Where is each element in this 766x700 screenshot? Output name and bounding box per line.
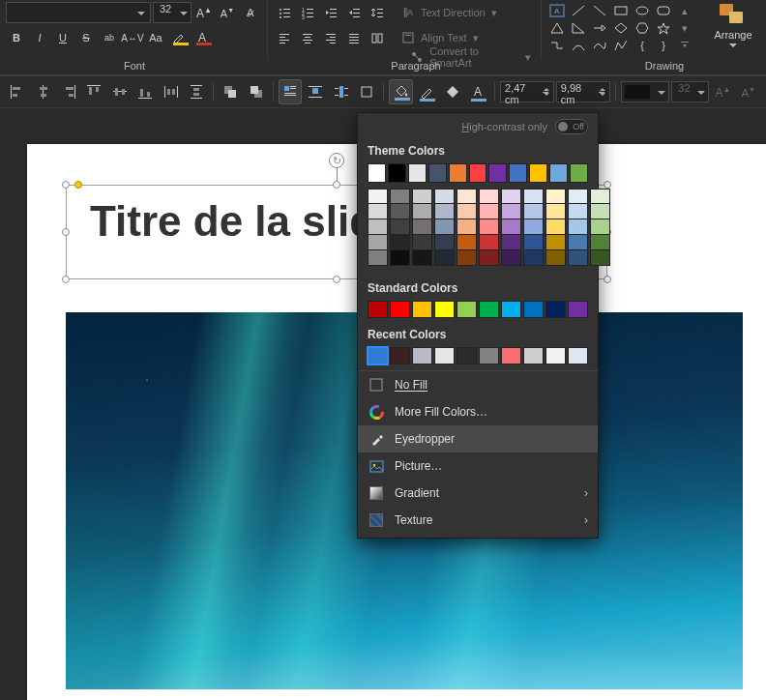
shape-hexagon-icon[interactable] [633, 19, 652, 37]
color-swatch[interactable] [457, 235, 477, 250]
color-swatch[interactable] [501, 219, 521, 235]
shape-connector2-icon[interactable] [569, 37, 588, 54]
color-swatch[interactable] [568, 219, 588, 235]
color-swatch[interactable] [449, 163, 467, 183]
color-swatch[interactable] [368, 347, 388, 365]
color-swatch[interactable] [390, 235, 410, 250]
eyedropper-item[interactable]: Eyedropper [358, 425, 598, 452]
shape-curve-icon[interactable] [590, 37, 609, 54]
color-swatch[interactable] [501, 250, 521, 266]
resize-handle-ml[interactable] [62, 228, 70, 236]
color-swatch[interactable] [590, 235, 610, 250]
send-back-icon[interactable] [244, 79, 267, 104]
color-swatch[interactable] [501, 301, 521, 318]
wrap-through-icon[interactable] [330, 79, 353, 104]
color-swatch[interactable] [568, 235, 588, 250]
color-swatch[interactable] [469, 163, 487, 183]
color-swatch[interactable] [545, 219, 566, 235]
align-center-icon[interactable] [297, 27, 318, 48]
font-size-disabled[interactable]: 32 [671, 81, 709, 102]
color-swatch[interactable] [529, 163, 547, 183]
resize-handle-mt[interactable] [333, 181, 340, 189]
color-swatch[interactable] [523, 189, 544, 204]
color-swatch[interactable] [488, 163, 507, 183]
color-swatch[interactable] [501, 235, 521, 250]
color-swatch[interactable] [412, 219, 432, 235]
shape-width-input[interactable]: 9,98 cm [556, 81, 610, 102]
shape-brace-l-icon[interactable]: { [633, 37, 652, 54]
align-center-h-icon[interactable] [31, 79, 54, 104]
color-swatch[interactable] [390, 189, 410, 204]
color-swatch[interactable] [457, 301, 477, 318]
align-right-edge-icon[interactable] [57, 79, 80, 104]
shape-brace-r-icon[interactable]: } [654, 37, 673, 54]
color-swatch[interactable] [568, 204, 588, 219]
gallery-expand-icon[interactable] [675, 37, 694, 54]
text-fill-button[interactable]: A [466, 79, 489, 104]
color-swatch[interactable] [479, 347, 499, 365]
resize-handle-bl[interactable] [62, 276, 70, 283]
line-spacing-icon[interactable] [367, 2, 388, 23]
align-middle-v-icon[interactable] [108, 79, 132, 104]
shape-diamond-icon[interactable] [611, 19, 631, 37]
color-swatch[interactable] [457, 219, 477, 235]
wrap-none-icon[interactable] [355, 79, 378, 104]
shape-star-icon[interactable] [654, 19, 673, 37]
color-swatch[interactable] [434, 301, 455, 318]
color-swatch[interactable] [368, 163, 386, 183]
decrease-font-disabled-icon[interactable]: A▼ [737, 79, 760, 104]
color-swatch[interactable] [412, 204, 432, 219]
color-swatch[interactable] [523, 301, 544, 318]
bring-front-icon[interactable] [219, 79, 242, 104]
color-swatch[interactable] [479, 235, 499, 250]
shape-effects-button[interactable] [440, 79, 463, 104]
color-swatch[interactable] [590, 219, 610, 235]
color-swatch[interactable] [568, 347, 588, 365]
text-direction-button[interactable]: ǁA Text Direction▾ [398, 4, 501, 21]
color-swatch[interactable] [412, 235, 432, 250]
arrange-button[interactable]: Arrange [706, 2, 760, 51]
align-right-icon[interactable] [320, 27, 341, 48]
resize-handle-tr[interactable] [604, 181, 611, 189]
text-shadow-button[interactable]: ab [99, 27, 120, 48]
numbering-icon[interactable]: 123 [297, 2, 318, 23]
color-swatch[interactable] [434, 347, 455, 365]
color-swatch[interactable] [479, 189, 499, 204]
color-swatch[interactable] [479, 250, 499, 266]
color-swatch[interactable] [545, 235, 566, 250]
color-swatch[interactable] [457, 347, 477, 365]
color-swatch[interactable] [545, 189, 566, 204]
color-swatch[interactable] [590, 250, 610, 266]
color-swatch[interactable] [501, 189, 521, 204]
resize-handle-tl[interactable] [62, 181, 70, 189]
bullets-icon[interactable] [274, 2, 295, 23]
justify-icon[interactable] [343, 27, 365, 48]
color-swatch[interactable] [428, 163, 447, 183]
color-swatch[interactable] [457, 204, 477, 219]
strikethrough-button[interactable]: S [75, 27, 97, 48]
gallery-scroll-up-icon[interactable]: ▴ [675, 2, 694, 19]
color-swatch[interactable] [434, 219, 455, 235]
resize-handle-br[interactable] [604, 276, 611, 283]
color-swatch[interactable] [412, 250, 432, 266]
gradient-fill-item[interactable]: Gradient › [358, 480, 598, 507]
color-swatch[interactable] [434, 235, 455, 250]
align-text-button[interactable]: Align Text▾ [398, 29, 483, 46]
shape-arrow-icon[interactable] [590, 19, 609, 37]
shapes-gallery[interactable]: A ▴ ▾ [547, 2, 694, 54]
highlight-color-button[interactable] [168, 27, 190, 48]
color-swatch[interactable] [368, 219, 388, 235]
color-swatch[interactable] [390, 301, 410, 318]
columns-icon[interactable] [367, 27, 388, 48]
color-swatch[interactable] [568, 250, 588, 266]
color-swatch[interactable] [570, 163, 588, 183]
shape-rtriangle-icon[interactable] [569, 19, 588, 37]
increase-font-disabled-icon[interactable]: A▲ [711, 79, 734, 104]
italic-button[interactable]: I [29, 27, 50, 48]
color-swatch[interactable] [390, 204, 410, 219]
color-swatch[interactable] [545, 347, 566, 365]
color-swatch[interactable] [479, 204, 499, 219]
color-swatch[interactable] [545, 204, 566, 219]
shape-rect-icon[interactable] [611, 2, 631, 19]
color-swatch[interactable] [523, 250, 544, 266]
